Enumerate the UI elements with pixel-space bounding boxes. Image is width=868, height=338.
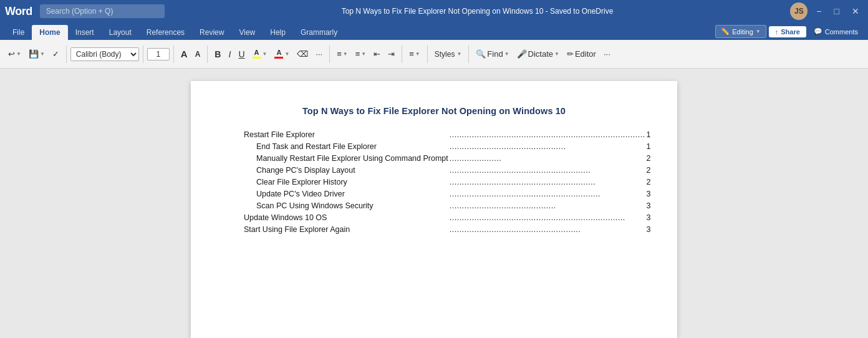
font-increase-icon: A: [181, 49, 188, 59]
table-row: End Task and Restart File Explorer .....…: [241, 140, 651, 152]
pencil-icon: ✏️: [721, 27, 730, 36]
editor-button[interactable]: ✏Editor: [564, 47, 599, 60]
toc-dots: ........................................…: [450, 164, 645, 176]
minimize-button[interactable]: −: [813, 6, 825, 16]
tab-review[interactable]: Review: [192, 25, 231, 40]
toc-page-number: 2: [645, 164, 651, 176]
table-row: Manually Restart File Explorer Using Com…: [241, 152, 651, 164]
tab-references[interactable]: References: [139, 25, 192, 40]
separator-1: [66, 46, 67, 63]
undo-button[interactable]: ↩▼: [5, 47, 24, 60]
font-decrease-button[interactable]: A: [192, 48, 204, 60]
align-button[interactable]: ≡▼: [406, 47, 423, 60]
separator-4: [207, 46, 208, 63]
font-color-icon: A: [274, 49, 283, 59]
clear-formatting-icon: ⌫: [297, 49, 308, 59]
toc-page-number: 3: [645, 223, 651, 235]
toc-label: Update PC's Video Driver: [241, 188, 450, 200]
tab-insert[interactable]: Insert: [68, 25, 102, 40]
dictate-button[interactable]: 🎤Dictate▼: [514, 47, 562, 60]
toc-page-number: 2: [645, 176, 651, 188]
toc-page-number: 1: [645, 128, 651, 140]
more-options-icon: ···: [316, 49, 322, 59]
font-decrease-icon: A: [195, 50, 201, 59]
italic-button[interactable]: I: [225, 47, 234, 61]
toc-dots: ........................................…: [450, 211, 645, 223]
font-size-input[interactable]: [147, 48, 170, 60]
undo-chevron: ▼: [16, 51, 21, 57]
align-icon: ≡: [409, 49, 414, 59]
font-name-select[interactable]: Calibri (Body) Arial Times New Roman: [70, 47, 139, 61]
toc-label: Scan PC Using Windows Security: [241, 200, 450, 211]
avatar[interactable]: JS: [790, 2, 808, 20]
share-icon: ↑: [775, 28, 779, 36]
numbering-chevron: ▼: [361, 51, 366, 57]
table-of-contents: Restart File Explorer ..................…: [241, 128, 651, 235]
more-options-button[interactable]: ···: [312, 47, 326, 60]
font-color-button[interactable]: A ▼: [271, 47, 292, 60]
separator-6: [402, 46, 402, 63]
separator-3: [173, 46, 174, 63]
share-button[interactable]: ↑ Share: [769, 26, 806, 37]
toc-dots: .....................: [450, 152, 645, 164]
align-chevron: ▼: [415, 51, 420, 57]
clear-formatting-button[interactable]: ⌫: [294, 47, 311, 60]
spellcheck-button[interactable]: ✓: [49, 47, 62, 60]
editor-icon: ✏: [567, 49, 574, 59]
styles-label: Styles: [435, 50, 455, 59]
maximize-button[interactable]: □: [831, 6, 843, 16]
toc-dots: ........................................…: [450, 128, 645, 140]
undo-icon: ↩: [8, 49, 15, 59]
styles-chevron: ▼: [456, 51, 461, 57]
tab-home[interactable]: Home: [32, 25, 67, 40]
document-area: Top N Ways to Fix File Explorer Not Open…: [0, 69, 868, 338]
separator-2: [143, 46, 143, 63]
comments-button[interactable]: 💬 Comments: [809, 26, 863, 37]
document-heading: Top N Ways to Fix File Explorer Not Open…: [241, 106, 627, 116]
font-increase-button[interactable]: A: [178, 47, 191, 61]
dictate-chevron: ▼: [554, 51, 559, 57]
editing-mode-button[interactable]: ✏️ Editing ▼: [715, 25, 766, 38]
tab-file[interactable]: File: [5, 25, 32, 40]
toc-label: Start Using File Explorer Again: [241, 223, 450, 235]
toc-label: Change PC's Display Layout: [241, 164, 450, 176]
toc-label: Update Windows 10 OS: [241, 211, 450, 223]
separator-8: [468, 46, 469, 63]
table-row: Update PC's Video Driver ...............…: [241, 188, 651, 200]
highlight-button[interactable]: A ▼: [249, 47, 271, 60]
bullets-button[interactable]: ≡▼: [334, 47, 351, 60]
microphone-icon: 🎤: [517, 49, 527, 59]
toc-label: Manually Restart File Explorer Using Com…: [241, 152, 450, 164]
toc-dots: ........................................…: [450, 200, 645, 211]
document-page[interactable]: Top N Ways to Fix File Explorer Not Open…: [191, 81, 677, 338]
outdent-button[interactable]: ⇤: [370, 47, 383, 60]
save-chevron: ▼: [40, 51, 45, 57]
italic-icon: I: [228, 49, 231, 59]
tab-help[interactable]: Help: [263, 25, 293, 40]
save-button[interactable]: 💾▼: [26, 47, 48, 60]
more-toolbar-button[interactable]: ···: [600, 47, 614, 60]
toc-label: Clear File Explorer History: [241, 176, 450, 188]
bullets-icon: ≡: [337, 49, 342, 59]
toc-page-number: 2: [645, 152, 651, 164]
table-row: Scan PC Using Windows Security .........…: [241, 200, 651, 211]
tab-layout[interactable]: Layout: [102, 25, 139, 40]
numbering-icon: ≡: [355, 49, 360, 59]
title-bar: Word Top N Ways to Fix File Explorer Not…: [0, 0, 868, 22]
toc-label: End Task and Restart File Explorer: [241, 140, 450, 152]
tab-grammarly[interactable]: Grammarly: [293, 25, 345, 40]
toc-page-number: 3: [645, 200, 651, 211]
bold-button[interactable]: B: [211, 47, 224, 61]
find-button[interactable]: 🔍Find▼: [473, 47, 512, 60]
table-row: Clear File Explorer History ............…: [241, 176, 651, 188]
bold-icon: B: [215, 49, 221, 59]
close-button[interactable]: ✕: [848, 6, 863, 16]
title-bar-right: JS − □ ✕: [790, 2, 863, 20]
underline-button[interactable]: U: [235, 47, 248, 61]
search-input[interactable]: [40, 4, 165, 18]
indent-button[interactable]: ⇥: [385, 47, 398, 60]
app-logo: Word: [5, 5, 32, 18]
styles-button[interactable]: Styles ▼: [432, 48, 465, 60]
numbering-button[interactable]: ≡▼: [352, 47, 370, 60]
tab-view[interactable]: View: [231, 25, 263, 40]
